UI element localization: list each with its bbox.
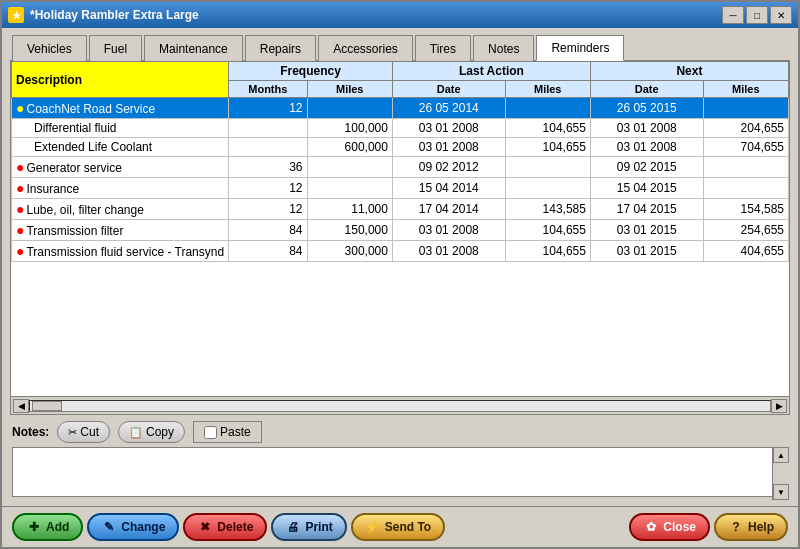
- tab-reminders[interactable]: Reminders: [536, 35, 624, 61]
- title-bar-left: ★ *Holiday Rambler Extra Large: [8, 7, 199, 23]
- table-row[interactable]: ●Generator service3609 02 201209 02 2015: [12, 157, 789, 178]
- tab-repairs[interactable]: Repairs: [245, 35, 316, 61]
- cell-la-date: 26 05 2014: [392, 98, 505, 119]
- table-row[interactable]: Extended Life Coolant600,00003 01 200810…: [12, 138, 789, 157]
- cell-freq-miles: 11,000: [307, 199, 392, 220]
- cell-description: ●CoachNet Road Service: [12, 98, 229, 119]
- cell-next-date: 26 05 2015: [590, 98, 703, 119]
- alert-icon: ●: [16, 243, 24, 259]
- table-row[interactable]: ●Insurance1215 04 201415 04 2015: [12, 178, 789, 199]
- notes-scroll-down[interactable]: ▼: [773, 484, 789, 500]
- table-row[interactable]: ●Transmission fluid service - Transynd84…: [12, 241, 789, 262]
- toolbar-right: ✿ Close ? Help: [629, 513, 788, 541]
- cut-button[interactable]: ✂ Cut: [57, 421, 110, 443]
- notes-label: Notes:: [12, 425, 49, 439]
- cell-next-date: 03 01 2015: [590, 241, 703, 262]
- title-controls: ─ □ ✕: [722, 6, 792, 24]
- cell-freq-miles: 100,000: [307, 119, 392, 138]
- maximize-button[interactable]: □: [746, 6, 768, 24]
- notes-textarea[interactable]: [12, 447, 788, 497]
- table-row[interactable]: ●Lube, oil, filter change1211,00017 04 2…: [12, 199, 789, 220]
- tab-fuel[interactable]: Fuel: [89, 35, 142, 61]
- cell-la-date: 09 02 2012: [392, 157, 505, 178]
- cell-next-miles: 154,585: [703, 199, 788, 220]
- col-la-miles: Miles: [505, 81, 590, 98]
- notes-scroll-up[interactable]: ▲: [773, 447, 789, 463]
- paste-checkbox: [204, 426, 217, 439]
- col-freq-miles: Miles: [307, 81, 392, 98]
- cell-next-date: 03 01 2008: [590, 119, 703, 138]
- table-row[interactable]: Differential fluid100,00003 01 2008104,6…: [12, 119, 789, 138]
- close-window-button[interactable]: ✕: [770, 6, 792, 24]
- tab-notes[interactable]: Notes: [473, 35, 534, 61]
- cell-next-miles: 704,655: [703, 138, 788, 157]
- close-icon: ✿: [643, 519, 659, 535]
- col-next-miles: Miles: [703, 81, 788, 98]
- cell-la-date: 17 04 2014: [392, 199, 505, 220]
- bottom-toolbar: ✚ Add ✎ Change ✖ Delete 🖨 Print ⚡ Send T…: [2, 506, 798, 547]
- table-row[interactable]: ●Transmission filter84150,00003 01 20081…: [12, 220, 789, 241]
- cell-la-miles: 143,585: [505, 199, 590, 220]
- notes-wrap: ▲ ▼: [12, 447, 788, 500]
- scroll-thumb[interactable]: [32, 401, 62, 411]
- cut-icon: ✂: [68, 426, 77, 439]
- notes-area: Notes: ✂ Cut 📋 Copy Paste ▲ ▼: [2, 415, 798, 506]
- table-row[interactable]: ●CoachNet Road Service1226 05 201426 05 …: [12, 98, 789, 119]
- col-last-action: Last Action: [392, 62, 590, 81]
- cell-next-miles: 254,655: [703, 220, 788, 241]
- cell-next-miles: 204,655: [703, 119, 788, 138]
- cell-freq-months: 12: [229, 178, 307, 199]
- cell-freq-months: 12: [229, 199, 307, 220]
- cell-description: ●Transmission fluid service - Transynd: [12, 241, 229, 262]
- minimize-button[interactable]: ─: [722, 6, 744, 24]
- tab-maintenance[interactable]: Maintenance: [144, 35, 243, 61]
- cell-la-date: 15 04 2014: [392, 178, 505, 199]
- window-title: *Holiday Rambler Extra Large: [30, 8, 199, 22]
- cell-next-date: 03 01 2015: [590, 220, 703, 241]
- cell-description: Extended Life Coolant: [12, 138, 229, 157]
- help-icon: ?: [728, 519, 744, 535]
- tab-bar: Vehicles Fuel Maintenance Repairs Access…: [2, 28, 798, 60]
- horizontal-scrollbar[interactable]: ◀ ▶: [11, 396, 789, 414]
- col-next: Next: [590, 62, 788, 81]
- col-description: Description: [12, 62, 229, 98]
- scroll-track: [29, 400, 771, 412]
- col-frequency: Frequency: [229, 62, 393, 81]
- alert-icon: ●: [16, 100, 24, 116]
- print-button[interactable]: 🖨 Print: [271, 513, 346, 541]
- cell-freq-months: 12: [229, 98, 307, 119]
- change-button[interactable]: ✎ Change: [87, 513, 179, 541]
- sendto-icon: ⚡: [365, 519, 381, 535]
- cell-description: ●Generator service: [12, 157, 229, 178]
- cell-freq-months: [229, 119, 307, 138]
- cell-next-miles: [703, 157, 788, 178]
- table-container[interactable]: Description Frequency Last Action Next M…: [11, 61, 789, 396]
- alert-icon: ●: [16, 159, 24, 175]
- delete-button[interactable]: ✖ Delete: [183, 513, 267, 541]
- tab-vehicles[interactable]: Vehicles: [12, 35, 87, 61]
- cell-la-miles: [505, 178, 590, 199]
- scroll-right-button[interactable]: ▶: [771, 399, 787, 413]
- cell-next-date: 09 02 2015: [590, 157, 703, 178]
- cell-la-miles: [505, 157, 590, 178]
- add-button[interactable]: ✚ Add: [12, 513, 83, 541]
- paste-button[interactable]: Paste: [193, 421, 262, 443]
- cell-freq-miles: [307, 157, 392, 178]
- cell-freq-months: 36: [229, 157, 307, 178]
- help-button[interactable]: ? Help: [714, 513, 788, 541]
- col-next-date: Date: [590, 81, 703, 98]
- sendto-button[interactable]: ⚡ Send To: [351, 513, 445, 541]
- notes-controls-row: Notes: ✂ Cut 📋 Copy Paste: [12, 421, 788, 443]
- scroll-left-button[interactable]: ◀: [13, 399, 29, 413]
- tab-tires[interactable]: Tires: [415, 35, 471, 61]
- cell-freq-miles: 600,000: [307, 138, 392, 157]
- close-button[interactable]: ✿ Close: [629, 513, 710, 541]
- tab-accessories[interactable]: Accessories: [318, 35, 413, 61]
- alert-icon: ●: [16, 201, 24, 217]
- cell-next-date: 17 04 2015: [590, 199, 703, 220]
- copy-button[interactable]: 📋 Copy: [118, 421, 185, 443]
- cell-next-date: 15 04 2015: [590, 178, 703, 199]
- cell-la-date: 03 01 2008: [392, 241, 505, 262]
- add-icon: ✚: [26, 519, 42, 535]
- main-window: ★ *Holiday Rambler Extra Large ─ □ ✕ Veh…: [0, 0, 800, 549]
